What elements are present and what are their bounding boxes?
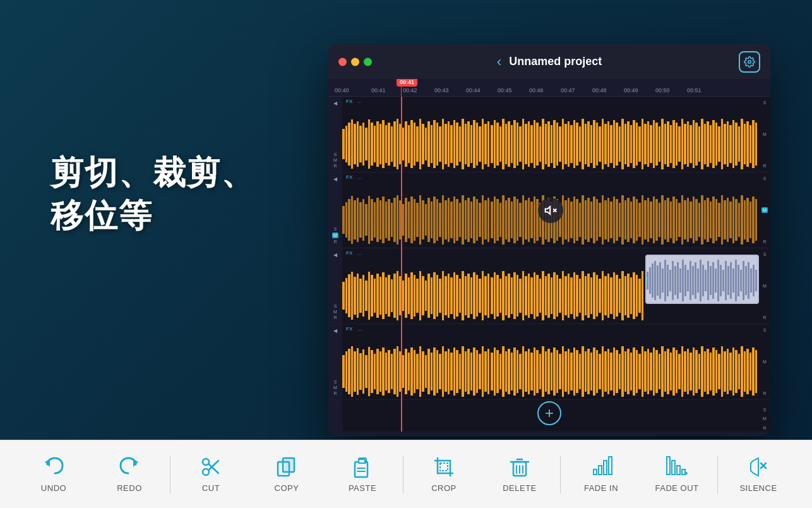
svg-rect-550 [624,351,626,392]
svg-rect-68 [530,125,533,163]
svg-rect-109 [647,121,649,167]
tag-fx-2[interactable]: FX [346,174,352,180]
svg-rect-131 [710,125,712,163]
svg-rect-138 [729,125,732,163]
svg-point-626 [685,472,688,475]
svg-rect-464 [379,351,381,392]
svg-rect-66 [525,124,527,164]
svg-rect-621 [609,457,612,475]
tag-dots-2[interactable]: ... [357,174,362,180]
svg-rect-263 [659,203,660,237]
track-volume-icon[interactable]: ◀ [333,100,337,106]
svg-rect-499 [479,354,481,389]
cut-button[interactable]: CUT [173,440,249,508]
svg-rect-358 [511,277,513,314]
svg-rect-531 [570,353,573,390]
toolbar-divider-1 [170,456,170,493]
svg-rect-42 [456,123,458,166]
svg-rect-208 [502,195,505,245]
svg-rect-117 [670,125,672,163]
crop-button[interactable]: CROP [406,440,482,508]
tag-dots[interactable]: ... [357,99,362,104]
svg-rect-102 [627,121,630,167]
track-right-controls-3: S M R [759,248,770,324]
maximize-button[interactable] [364,57,372,66]
svg-rect-247 [613,197,615,243]
svg-rect-495 [467,349,470,394]
svg-rect-119 [676,123,678,166]
clip-handle-left[interactable]: ◀ [645,274,647,286]
svg-rect-530 [568,349,570,394]
svg-rect-194 [462,195,464,245]
svg-rect-393 [610,277,612,314]
svg-rect-433 [717,260,719,301]
svg-rect-533 [576,350,578,393]
svg-rect-142 [741,119,743,169]
title-bar: ‹ Unnamed project [328,44,770,79]
svg-rect-246 [610,202,612,238]
svg-rect-509 [508,349,510,394]
selected-clip[interactable]: ◀ ▶ [645,255,759,304]
svg-rect-535 [582,346,584,397]
track-s-label: S [334,152,337,157]
redo-button[interactable]: REDO [92,440,167,508]
svg-rect-435 [722,270,724,291]
svg-rect-351 [491,277,493,314]
minimize-button[interactable] [351,57,359,66]
svg-rect-86 [582,119,584,169]
track-volume-icon[interactable]: ◀ [333,176,337,182]
svg-rect-604 [283,458,294,472]
track-volume-icon-4[interactable]: ◀ [333,328,337,334]
copy-button[interactable]: COPY [249,440,325,508]
track-volume-icon-3[interactable]: ◀ [333,252,337,258]
svg-rect-331 [433,272,436,319]
svg-rect-85 [579,126,581,162]
silence-button[interactable]: SILENCE [720,440,796,508]
svg-rect-447 [753,265,755,296]
svg-rect-584 [721,346,723,397]
tag-dots-3[interactable]: ... [357,250,362,256]
delete-button[interactable]: DELETE [482,440,558,508]
tag-fx-4[interactable]: FX [346,326,352,332]
svg-rect-345 [473,272,475,319]
delete-icon [508,456,531,478]
svg-rect-440 [735,260,737,301]
tag-fx-3[interactable]: FX [346,250,352,256]
svg-rect-113 [659,126,660,162]
svg-rect-184 [433,197,436,243]
paste-button[interactable]: PASTE [325,440,400,508]
svg-rect-545 [610,353,612,390]
svg-rect-180 [422,200,424,239]
back-button[interactable]: ‹ [497,54,501,70]
svg-rect-403 [638,279,641,313]
svg-rect-214 [519,203,522,237]
silence-icon [747,456,770,478]
svg-rect-529 [564,351,567,392]
track-content-4: FX ... [342,324,759,399]
tag-fx[interactable]: FX [346,99,352,104]
clip-handle-right[interactable]: ▶ [758,274,759,286]
svg-rect-300 [345,278,347,313]
tag-dots-4[interactable]: ... [357,326,362,332]
svg-rect-23 [402,128,404,160]
close-button[interactable] [338,57,347,66]
add-track-button[interactable]: + [537,401,561,425]
timeline-ruler: 00:40 00:41 00:42 00:43 00:44 00:45 00:4… [328,79,770,97]
fade-in-button[interactable]: FADE IN [563,440,639,508]
ruler-mark: 00:46 [529,87,544,94]
svg-point-0 [748,60,751,63]
svg-rect-89 [590,125,592,163]
svg-rect-163 [374,202,376,238]
settings-button[interactable] [739,51,760,73]
fade-out-button[interactable]: FADE OUT [639,440,715,508]
ruler-marks: 00:40 00:41 00:42 00:43 00:44 00:45 00:4… [328,79,770,96]
svg-rect-35 [436,123,438,166]
svg-rect-262 [655,199,658,241]
svg-rect-304 [357,274,359,318]
svg-rect-2 [342,129,345,159]
svg-rect-425 [697,269,699,293]
svg-rect-309 [371,275,373,317]
svg-rect-383 [582,271,584,320]
svg-rect-279 [704,200,706,239]
undo-button[interactable]: UNDO [16,440,92,508]
